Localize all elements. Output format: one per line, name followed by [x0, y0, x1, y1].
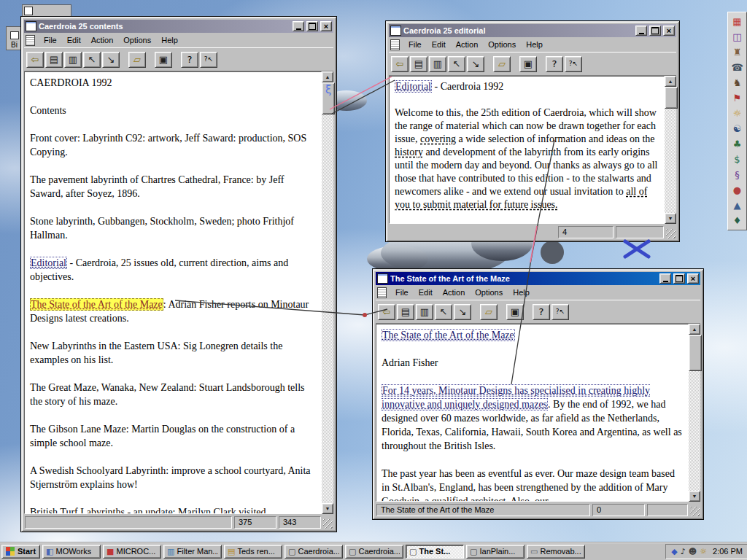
minimize-button[interactable] [659, 273, 671, 284]
shortcut-diamond-icon[interactable]: ♦ [730, 214, 745, 228]
task-button[interactable]: ▥Filter Man... [163, 545, 222, 559]
maximize-button[interactable] [649, 26, 661, 36]
hyperlink-underlined[interactable]: covering [420, 133, 456, 144]
shortcut-knight-icon[interactable]: ♞ [730, 76, 745, 90]
context-help-button[interactable]: ?↖ [565, 56, 582, 72]
titlebar[interactable]: The State of the Art of the Maze × [376, 272, 700, 285]
hyperlink-underlined[interactable]: history [395, 147, 423, 158]
vertical-scrollbar[interactable]: ▲ ▼ [322, 71, 333, 514]
task-button[interactable]: ▢Caerdroia... [285, 545, 343, 559]
context-help-button[interactable]: ?↖ [551, 304, 569, 320]
copy-button[interactable]: ▤ [45, 52, 63, 68]
scroll-thumb[interactable] [665, 87, 678, 109]
task-button[interactable]: ◧MOWorks [42, 545, 101, 559]
menu-item[interactable]: Options [118, 35, 156, 45]
scroll-track[interactable] [665, 87, 676, 213]
open-file-button[interactable]: ▱ [493, 56, 511, 72]
copy-special-button[interactable]: ▥ [64, 52, 82, 68]
help-button[interactable]: ? [546, 56, 563, 72]
menu-item[interactable]: Action [86, 35, 119, 45]
help-button[interactable]: ? [533, 304, 550, 320]
shortcut-sun-icon[interactable]: ☼ [730, 106, 745, 120]
resize-grip[interactable] [323, 519, 333, 529]
pages-button[interactable]: ▣ [506, 304, 524, 320]
scroll-up-button[interactable]: ▲ [322, 71, 333, 82]
menu-item[interactable]: Edit [427, 39, 451, 50]
copy-special-button[interactable]: ▥ [429, 56, 446, 72]
open-file-button[interactable]: ▱ [480, 304, 498, 320]
shortcut-rook-icon[interactable]: ♜ [730, 45, 745, 59]
maximize-button[interactable] [673, 273, 685, 284]
shortcut-section-icon[interactable]: § [730, 168, 745, 182]
task-button[interactable]: ▭Removab... [527, 545, 585, 559]
shortcut-club-icon[interactable]: ♣ [730, 137, 745, 151]
menu-item[interactable]: Edit [62, 35, 86, 45]
menu-item[interactable]: Options [470, 287, 508, 298]
vertical-scrollbar[interactable]: ▲ ▼ [689, 324, 700, 502]
link-source-button[interactable]: ↖ [435, 304, 452, 320]
minimize-button[interactable] [293, 21, 304, 31]
copy-button[interactable]: ▤ [397, 304, 414, 320]
shortcut-phone-icon[interactable]: ☎ [730, 61, 745, 74]
task-button[interactable]: ■MICROC... [103, 545, 161, 559]
close-button[interactable]: × [320, 21, 332, 31]
shortcut-dot-icon[interactable]: ● [730, 183, 745, 197]
context-help-button[interactable]: ?↖ [200, 52, 217, 68]
task-button[interactable]: ▢IanPlain... [466, 545, 525, 559]
scroll-down-button[interactable]: ▼ [689, 491, 700, 502]
menu-item[interactable]: File [39, 35, 62, 45]
resize-grip[interactable] [666, 229, 676, 238]
task-button[interactable]: ▢Caerdroia... [345, 545, 403, 559]
scroll-up-button[interactable]: ▲ [665, 76, 676, 87]
hyperlink-boxed[interactable]: Editorial [395, 80, 432, 93]
resize-grip[interactable] [690, 507, 700, 516]
link-target-button[interactable]: ↘ [467, 56, 484, 72]
menu-item[interactable]: File [390, 287, 414, 298]
menu-item[interactable]: Options [483, 39, 521, 50]
shortcut-money-icon[interactable]: $ [730, 152, 745, 166]
scroll-down-button[interactable]: ▼ [322, 503, 333, 514]
hyperlink-highlighted[interactable]: The State of the Art of the Maze [30, 298, 163, 311]
task-button[interactable]: ▢The St... [406, 545, 464, 559]
titlebar[interactable]: Caerdroia 25 contents × [24, 20, 333, 33]
scroll-track[interactable] [322, 82, 333, 503]
back-button[interactable]: ⇦ [391, 56, 409, 72]
menu-item[interactable]: Help [156, 35, 183, 45]
open-file-button[interactable]: ▱ [128, 52, 146, 68]
start-button[interactable]: Start [1, 545, 40, 559]
menu-item[interactable]: Action [451, 39, 484, 50]
menu-item[interactable]: Action [438, 287, 471, 298]
shortcut-flag-icon[interactable]: ⚑ [730, 91, 745, 105]
pages-button[interactable]: ▣ [155, 52, 172, 68]
menu-item[interactable]: Help [508, 287, 535, 298]
hyperlink-boxed[interactable]: The State of the Art of the Maze [382, 329, 515, 341]
task-button[interactable]: ▤Teds ren... [224, 545, 282, 559]
scroll-down-button[interactable]: ▼ [665, 213, 676, 224]
close-button[interactable]: × [663, 26, 675, 36]
copy-special-button[interactable]: ▥ [416, 304, 433, 320]
close-button[interactable]: × [687, 273, 699, 284]
scroll-track[interactable] [689, 335, 700, 491]
shortcut-triangle-icon[interactable]: ▲ [730, 198, 745, 212]
hyperlink-boxed[interactable]: Editorial [30, 257, 67, 269]
link-target-button[interactable]: ↘ [102, 52, 120, 68]
display-tray-icon[interactable]: ◆ [671, 548, 677, 556]
link-target-button[interactable]: ↘ [454, 304, 471, 320]
link-source-button[interactable]: ↖ [448, 56, 465, 72]
back-button[interactable]: ⇦ [26, 52, 44, 68]
menu-item[interactable]: Help [521, 39, 548, 50]
user-tray-icon[interactable]: ☻ [689, 548, 697, 556]
pages-button[interactable]: ▣ [519, 56, 537, 72]
scheduler-tray-icon[interactable]: ☼ [700, 548, 707, 556]
back-button[interactable]: ⇦ [378, 304, 395, 320]
minimize-button[interactable] [635, 26, 647, 36]
volume-tray-icon[interactable]: ♪ [681, 548, 686, 556]
shortcut-grid-icon[interactable]: ▦ [730, 15, 745, 28]
scroll-up-button[interactable]: ▲ [689, 324, 700, 335]
titlebar[interactable]: Caerdroia 25 editorial × [389, 24, 676, 37]
scroll-thumb[interactable] [689, 335, 702, 371]
menu-item[interactable]: File [403, 39, 427, 50]
vertical-scrollbar[interactable]: ▲ ▼ [665, 76, 676, 224]
scroll-thumb[interactable] [322, 82, 335, 114]
menu-item[interactable]: Edit [414, 287, 438, 298]
